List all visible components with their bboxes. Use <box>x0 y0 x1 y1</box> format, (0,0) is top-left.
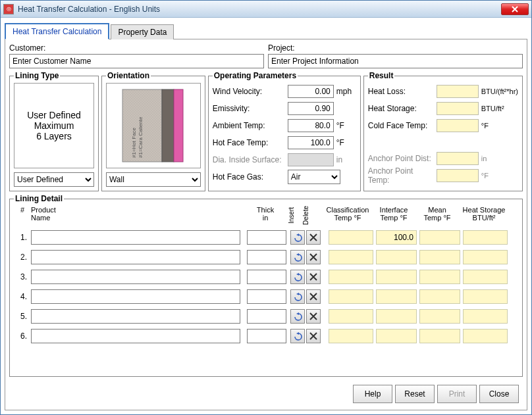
row-number: 5. <box>14 312 31 321</box>
orientation-select[interactable]: Wall <box>106 172 201 187</box>
interface-value <box>376 270 417 284</box>
undo-icon <box>293 331 302 341</box>
result-group: Result Heat Loss: BTU/(ft²*hr) Heat Stor… <box>363 71 523 191</box>
wind-input[interactable] <box>288 85 334 98</box>
interface-value <box>376 289 417 304</box>
thickness-input[interactable] <box>247 250 286 264</box>
gas-select[interactable]: Air <box>288 170 340 184</box>
project-input[interactable] <box>268 54 523 68</box>
col-classification: ClassificationTemp °F <box>323 206 372 225</box>
hotface-label: Hot Face Temp: <box>213 138 285 147</box>
classification-value <box>329 230 373 245</box>
anchor-temp-unit: °F <box>481 172 489 180</box>
product-name-input[interactable] <box>31 270 240 284</box>
row-number: 4. <box>14 292 31 301</box>
lining-row: 4. <box>14 287 518 306</box>
delete-button[interactable] <box>306 289 321 304</box>
content-area: Heat Transfer Calculation Property Data … <box>1 18 531 414</box>
dia-label: Dia. Inside Surface: <box>213 155 285 164</box>
lining-type-legend: Lining Type <box>14 71 60 80</box>
insert-button[interactable] <box>290 230 305 245</box>
insert-button[interactable] <box>290 250 305 264</box>
heatstorage-value <box>437 102 479 115</box>
classification-value <box>329 270 373 284</box>
product-name-input[interactable] <box>31 230 240 245</box>
heatstorage-value <box>463 230 508 245</box>
coldface-unit: °F <box>481 122 489 130</box>
tab-property-data[interactable]: Property Data <box>111 24 174 39</box>
window-close-button[interactable] <box>501 3 529 15</box>
interface-value: 100.0 <box>376 230 417 245</box>
main-panel: Customer: Project: Lining Type User Defi… <box>5 39 527 410</box>
undo-icon <box>293 292 302 301</box>
gas-label: Hot Face Gas: <box>213 172 285 182</box>
close-icon <box>512 6 518 12</box>
lining-detail-rows: 1. 100.0 2. 3. <box>14 228 518 346</box>
col-insert: Insert <box>288 206 302 225</box>
thickness-input[interactable] <box>247 289 286 304</box>
close-button[interactable]: Close <box>479 385 519 403</box>
delete-button[interactable] <box>306 270 321 284</box>
undo-icon <box>293 233 302 242</box>
reset-button[interactable]: Reset <box>395 385 435 403</box>
help-button[interactable]: Help <box>353 385 392 403</box>
insert-button[interactable] <box>290 270 305 284</box>
product-name-input[interactable] <box>31 329 240 343</box>
print-button[interactable]: Print <box>437 385 477 403</box>
col-heatstorage: Heat StorageBTU/ft² <box>459 206 509 225</box>
classification-value <box>329 250 373 264</box>
interface-value <box>376 329 417 343</box>
delete-button[interactable] <box>306 329 321 343</box>
undo-icon <box>293 272 302 281</box>
insert-button[interactable] <box>290 329 305 343</box>
thickness-input[interactable] <box>247 230 286 245</box>
thickness-input[interactable] <box>247 309 286 324</box>
undo-icon <box>293 253 302 262</box>
anchor-temp-value <box>437 169 479 182</box>
customer-label: Customer: <box>9 43 264 53</box>
hotface-unit: °F <box>336 138 356 147</box>
classification-value <box>329 329 373 343</box>
interface-value <box>376 309 417 324</box>
classification-value <box>329 309 373 324</box>
svg-rect-2 <box>162 89 174 162</box>
delete-button[interactable] <box>306 250 321 264</box>
emissivity-input[interactable] <box>288 102 334 115</box>
insert-button[interactable] <box>290 309 305 324</box>
col-interface: InterfaceTemp °F <box>372 206 415 225</box>
insert-button[interactable] <box>290 289 305 304</box>
thickness-input[interactable] <box>247 270 286 284</box>
product-name-input[interactable] <box>31 309 240 324</box>
coldface-label: Cold Face Temp: <box>368 121 434 130</box>
heatstorage-value <box>463 289 508 304</box>
lining-row: 6. <box>14 326 518 346</box>
thickness-input[interactable] <box>247 329 286 343</box>
result-legend: Result <box>368 71 395 80</box>
row-number: 6. <box>14 331 31 341</box>
lining-type-line1: User Defined <box>27 110 81 120</box>
lining-detail-group: Lining Detail # ProductName Thickin Inse… <box>9 194 523 377</box>
lining-row: 1. 100.0 <box>14 228 518 247</box>
lining-type-display: User Defined Maximum 6 Layers <box>14 83 94 168</box>
product-name-input[interactable] <box>31 250 240 264</box>
ambient-unit: °F <box>336 121 356 130</box>
project-label: Project: <box>268 43 523 53</box>
lining-type-select[interactable]: User Defined <box>14 172 94 187</box>
customer-project-row: Customer: Project: <box>9 43 523 68</box>
mean-value <box>419 329 460 343</box>
delete-button[interactable] <box>306 309 321 324</box>
lining-type-line2: Maximum <box>27 120 81 131</box>
tab-heat-transfer[interactable]: Heat Transfer Calculation <box>5 23 109 39</box>
customer-input[interactable] <box>9 54 264 68</box>
delete-button[interactable] <box>306 230 321 245</box>
x-icon <box>309 233 317 241</box>
product-name-input[interactable] <box>31 289 240 304</box>
ambient-input[interactable] <box>288 119 334 132</box>
anchor-dist-unit: in <box>481 155 487 162</box>
lining-row: 2. <box>14 247 518 267</box>
app-icon: ◎ <box>3 4 14 14</box>
hotface-input[interactable] <box>288 136 334 149</box>
col-delete: Delete <box>302 206 317 225</box>
col-mean: MeanTemp °F <box>415 206 459 225</box>
heatstorage-value <box>463 329 508 343</box>
